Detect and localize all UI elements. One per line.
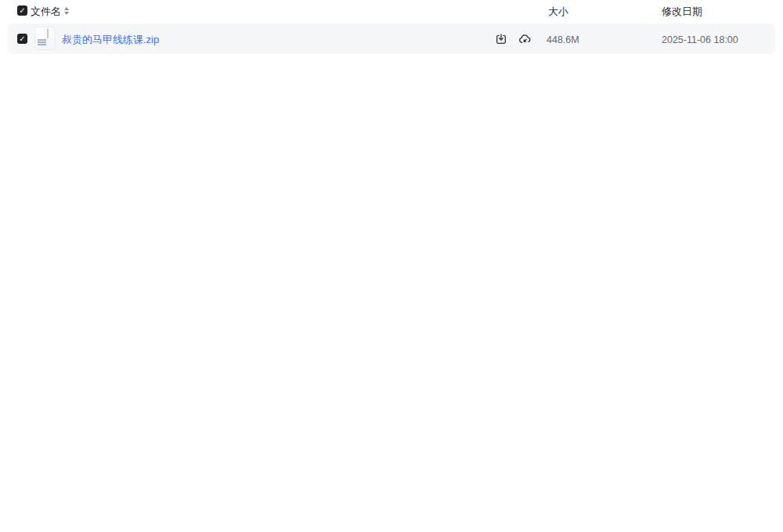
file-row[interactable]: ✓ 叔贵的马甲线练课.zip 448.6M 2025-11-06 18:00 bbox=[8, 23, 775, 54]
zipper-detail bbox=[47, 29, 49, 38]
check-icon: ✓ bbox=[19, 5, 25, 16]
list-header: ✓ 文件名 大小 修改日期 bbox=[0, 0, 783, 22]
select-all-checkbox[interactable]: ✓ bbox=[17, 5, 27, 16]
cloud-save-icon[interactable] bbox=[518, 33, 531, 45]
file-name-link[interactable]: 叔贵的马甲线练课.zip bbox=[62, 33, 159, 47]
file-modified-date: 2025-11-06 18:00 bbox=[662, 34, 738, 45]
stripes-detail bbox=[38, 39, 46, 46]
column-header-modified: 修改日期 bbox=[662, 5, 702, 19]
file-size: 448.6M bbox=[547, 34, 579, 45]
row-checkbox[interactable]: ✓ bbox=[17, 34, 27, 44]
file-share-page: ✓ 文件名 大小 修改日期 ✓ 叔贵的马甲线练课.zip bbox=[0, 0, 783, 532]
caret-up-icon bbox=[64, 7, 69, 10]
column-header-size: 大小 bbox=[548, 5, 568, 19]
sort-carets-icon[interactable] bbox=[63, 5, 70, 16]
column-header-filename[interactable]: 文件名 bbox=[31, 5, 61, 19]
check-icon: ✓ bbox=[19, 34, 25, 44]
caret-down-icon bbox=[64, 12, 69, 15]
download-icon[interactable] bbox=[495, 33, 507, 45]
zip-file-icon bbox=[34, 27, 56, 50]
